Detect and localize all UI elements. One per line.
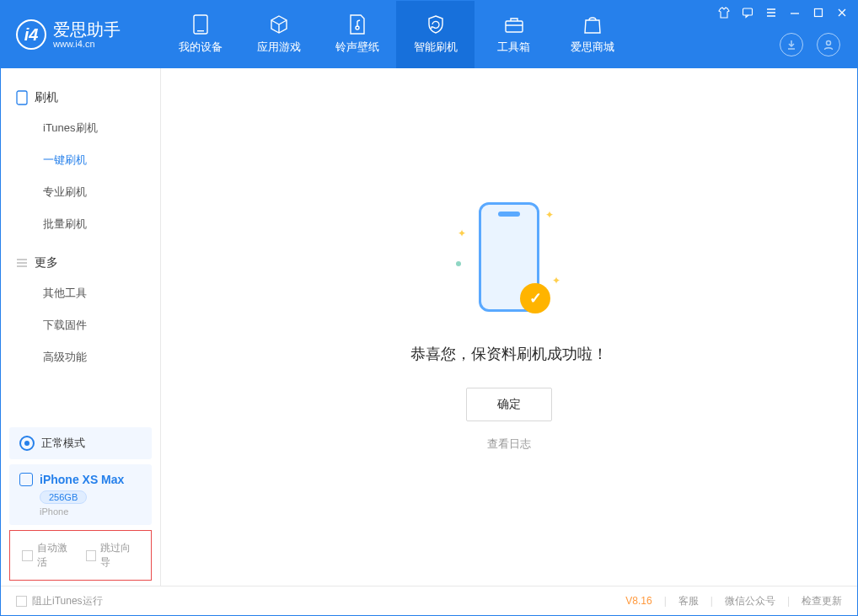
separator: | bbox=[711, 595, 713, 607]
logo-icon: i4 bbox=[16, 19, 46, 50]
main-panel: ✦ ✦ ✦ ✓ 恭喜您，保资料刷机成功啦！ 确定 查看日志 bbox=[161, 68, 857, 586]
checkbox-label: 自动激活 bbox=[37, 541, 76, 570]
dot-icon bbox=[456, 261, 461, 266]
device-name: iPhone XS Max bbox=[40, 473, 124, 486]
sidebar-item-advanced[interactable]: 高级功能 bbox=[1, 341, 160, 373]
list-icon bbox=[16, 257, 28, 269]
svg-rect-1 bbox=[197, 30, 204, 31]
nav-ringtone[interactable]: 铃声壁纸 bbox=[318, 1, 396, 68]
menu-icon[interactable] bbox=[761, 3, 781, 23]
device-mode-status[interactable]: 正常模式 bbox=[9, 427, 152, 459]
svg-point-3 bbox=[827, 41, 831, 46]
sidebar-item-pro-flash[interactable]: 专业刷机 bbox=[1, 176, 160, 208]
checkbox-block-itunes[interactable]: 阻止iTunes运行 bbox=[16, 594, 103, 608]
checkmark-badge-icon: ✓ bbox=[520, 283, 550, 313]
success-message: 恭喜您，保资料刷机成功啦！ bbox=[410, 344, 608, 364]
separator: | bbox=[664, 595, 667, 607]
window-controls bbox=[714, 3, 852, 23]
maximize-button[interactable] bbox=[808, 3, 829, 23]
user-icon[interactable] bbox=[817, 33, 840, 56]
svg-rect-5 bbox=[815, 9, 823, 17]
footer-link-service[interactable]: 客服 bbox=[678, 594, 699, 608]
checkbox-label: 阻止iTunes运行 bbox=[32, 594, 103, 608]
section-label: 刷机 bbox=[35, 90, 58, 105]
sidebar-item-download-fw[interactable]: 下载固件 bbox=[1, 309, 160, 341]
sidebar-section-flash: 刷机 bbox=[1, 83, 160, 112]
nav-label: 铃声壁纸 bbox=[335, 40, 379, 55]
music-file-icon bbox=[347, 14, 367, 35]
main-nav: 我的设备 应用游戏 铃声壁纸 智能刷机 工具箱 爱思商城 bbox=[161, 1, 631, 68]
sidebar-item-oneclick-flash[interactable]: 一键刷机 bbox=[1, 144, 160, 176]
nav-label: 智能刷机 bbox=[414, 40, 458, 55]
phone-icon bbox=[16, 90, 28, 105]
footer-link-update[interactable]: 检查更新 bbox=[802, 594, 842, 608]
app-title: 爱思助手 bbox=[53, 20, 121, 39]
phone-icon bbox=[19, 473, 33, 486]
sidebar-section-more: 更多 bbox=[1, 249, 160, 277]
nav-label: 我的设备 bbox=[179, 40, 223, 55]
svg-rect-4 bbox=[743, 8, 753, 15]
checkbox-label: 跳过向导 bbox=[100, 541, 139, 570]
bag-icon bbox=[582, 14, 603, 35]
sidebar: 刷机 iTunes刷机 一键刷机 专业刷机 批量刷机 更多 其他工具 下载固件 … bbox=[1, 68, 161, 586]
sidebar-item-batch-flash[interactable]: 批量刷机 bbox=[1, 208, 160, 240]
nav-label: 工具箱 bbox=[497, 40, 530, 55]
app-subtitle: www.i4.cn bbox=[53, 39, 121, 49]
separator: | bbox=[787, 595, 790, 607]
status-bar: 阻止iTunes运行 V8.16 | 客服 | 微信公众号 | 检查更新 bbox=[1, 586, 857, 615]
nav-apps[interactable]: 应用游戏 bbox=[239, 1, 318, 68]
checkbox-auto-activate[interactable]: 自动激活 bbox=[22, 541, 76, 570]
nav-toolbox[interactable]: 工具箱 bbox=[475, 1, 553, 68]
sidebar-item-itunes-flash[interactable]: iTunes刷机 bbox=[1, 112, 160, 144]
device-type: iPhone bbox=[40, 506, 142, 517]
sparkle-icon: ✦ bbox=[545, 209, 554, 221]
status-label: 正常模式 bbox=[41, 436, 85, 451]
device-info[interactable]: iPhone XS Max 256GB iPhone bbox=[9, 464, 152, 525]
app-logo: i4 爱思助手 www.i4.cn bbox=[16, 19, 161, 50]
section-label: 更多 bbox=[35, 255, 58, 271]
svg-rect-6 bbox=[17, 91, 27, 104]
shield-refresh-icon bbox=[426, 14, 446, 35]
download-icon[interactable] bbox=[780, 33, 803, 56]
header-actions bbox=[780, 33, 840, 56]
toolbox-icon bbox=[504, 14, 524, 35]
nav-label: 爱思商城 bbox=[571, 40, 614, 55]
nav-flash[interactable]: 智能刷机 bbox=[396, 1, 475, 68]
nav-my-device[interactable]: 我的设备 bbox=[161, 1, 239, 68]
checkbox-skip-guide[interactable]: 跳过向导 bbox=[86, 541, 140, 570]
nav-label: 应用游戏 bbox=[257, 40, 301, 55]
sidebar-item-other-tools[interactable]: 其他工具 bbox=[1, 277, 160, 309]
svg-rect-2 bbox=[506, 21, 523, 32]
shirt-icon[interactable] bbox=[714, 3, 734, 23]
close-button[interactable] bbox=[832, 3, 852, 23]
version-label: V8.16 bbox=[625, 595, 652, 607]
ok-button[interactable]: 确定 bbox=[466, 388, 552, 421]
device-storage: 256GB bbox=[40, 490, 87, 504]
device-icon bbox=[190, 14, 211, 35]
footer-link-wechat[interactable]: 微信公众号 bbox=[725, 594, 775, 608]
feedback-icon[interactable] bbox=[737, 3, 758, 23]
sparkle-icon: ✦ bbox=[458, 228, 466, 239]
minimize-button[interactable] bbox=[785, 3, 805, 23]
flash-options-highlight: 自动激活 跳过向导 bbox=[9, 530, 152, 581]
view-log-link[interactable]: 查看日志 bbox=[487, 437, 531, 452]
sparkle-icon: ✦ bbox=[552, 275, 560, 287]
cube-icon bbox=[269, 14, 289, 35]
title-bar: i4 爱思助手 www.i4.cn 我的设备 应用游戏 铃声壁纸 智能刷机 工具… bbox=[1, 1, 857, 68]
success-illustration: ✦ ✦ ✦ ✓ bbox=[463, 202, 555, 320]
status-icon bbox=[19, 436, 35, 451]
nav-store[interactable]: 爱思商城 bbox=[553, 1, 631, 68]
